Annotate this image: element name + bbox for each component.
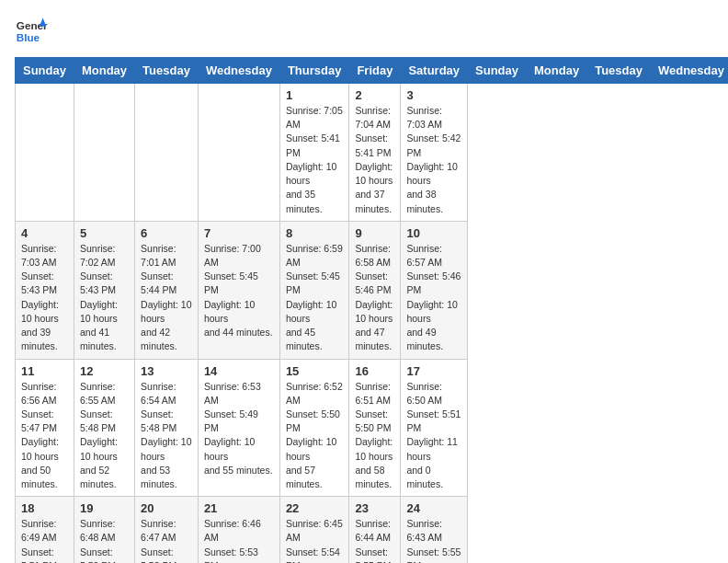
- col-header-wednesday: Wednesday: [650, 58, 728, 84]
- calendar-cell: 13Sunrise: 6:54 AM Sunset: 5:48 PM Dayli…: [135, 359, 199, 497]
- day-number: 2: [355, 88, 394, 102]
- day-info: Sunrise: 6:47 AM Sunset: 5:53 PM Dayligh…: [141, 517, 192, 563]
- calendar-cell: 12Sunrise: 6:55 AM Sunset: 5:48 PM Dayli…: [74, 359, 134, 497]
- day-number: 23: [355, 501, 394, 515]
- day-info: Sunrise: 7:03 AM Sunset: 5:43 PM Dayligh…: [21, 242, 68, 354]
- day-number: 15: [286, 364, 344, 378]
- calendar-cell: 24Sunrise: 6:43 AM Sunset: 5:55 PM Dayli…: [401, 497, 468, 563]
- day-number: 4: [21, 226, 68, 240]
- col-header-tuesday: Tuesday: [135, 58, 199, 84]
- day-info: Sunrise: 6:56 AM Sunset: 5:47 PM Dayligh…: [21, 380, 68, 492]
- day-number: 11: [21, 364, 68, 378]
- calendar-week-1: 4Sunrise: 7:03 AM Sunset: 5:43 PM Daylig…: [16, 221, 729, 359]
- day-number: 12: [80, 364, 129, 378]
- day-info: Sunrise: 6:50 AM Sunset: 5:51 PM Dayligh…: [406, 380, 461, 492]
- day-info: Sunrise: 6:59 AM Sunset: 5:45 PM Dayligh…: [286, 242, 344, 354]
- calendar-cell: 15Sunrise: 6:52 AM Sunset: 5:50 PM Dayli…: [279, 359, 349, 497]
- day-info: Sunrise: 6:48 AM Sunset: 5:52 PM Dayligh…: [80, 517, 129, 563]
- calendar-cell: 18Sunrise: 6:49 AM Sunset: 5:51 PM Dayli…: [16, 497, 74, 563]
- col-header-tuesday: Tuesday: [587, 58, 651, 84]
- day-number: 24: [406, 501, 461, 515]
- day-number: 18: [21, 501, 68, 515]
- col-header-saturday: Saturday: [401, 58, 468, 84]
- calendar-cell: 16Sunrise: 6:51 AM Sunset: 5:50 PM Dayli…: [349, 359, 401, 497]
- calendar-cell: 11Sunrise: 6:56 AM Sunset: 5:47 PM Dayli…: [16, 359, 74, 497]
- svg-text:Blue: Blue: [17, 31, 40, 43]
- col-header-sunday: Sunday: [16, 58, 74, 84]
- calendar-week-2: 11Sunrise: 6:56 AM Sunset: 5:47 PM Dayli…: [16, 359, 729, 497]
- day-number: 8: [286, 226, 344, 240]
- day-number: 7: [204, 226, 274, 240]
- day-number: 14: [204, 364, 274, 378]
- calendar-cell: 10Sunrise: 6:57 AM Sunset: 5:46 PM Dayli…: [401, 221, 468, 359]
- calendar-cell: [16, 84, 74, 222]
- day-number: 9: [355, 226, 394, 240]
- day-info: Sunrise: 6:54 AM Sunset: 5:48 PM Dayligh…: [141, 380, 192, 492]
- day-info: Sunrise: 7:00 AM Sunset: 5:45 PM Dayligh…: [204, 242, 274, 340]
- day-number: 5: [80, 226, 129, 240]
- day-number: 17: [406, 364, 461, 378]
- calendar-cell: [198, 84, 279, 222]
- calendar-cell: [135, 84, 199, 222]
- day-info: Sunrise: 6:49 AM Sunset: 5:51 PM Dayligh…: [21, 517, 68, 563]
- day-number: 10: [406, 226, 461, 240]
- calendar-table: SundayMondayTuesdayWednesdayThursdayFrid…: [15, 57, 728, 563]
- calendar-cell: 17Sunrise: 6:50 AM Sunset: 5:51 PM Dayli…: [401, 359, 468, 497]
- day-number: 3: [406, 88, 461, 102]
- calendar-cell: 9Sunrise: 6:58 AM Sunset: 5:46 PM Daylig…: [349, 221, 401, 359]
- day-info: Sunrise: 7:01 AM Sunset: 5:44 PM Dayligh…: [141, 242, 192, 354]
- day-info: Sunrise: 6:46 AM Sunset: 5:53 PM Dayligh…: [204, 517, 274, 563]
- day-info: Sunrise: 6:51 AM Sunset: 5:50 PM Dayligh…: [355, 380, 394, 492]
- day-number: 1: [286, 88, 344, 102]
- col-header-wednesday: Wednesday: [198, 58, 279, 84]
- day-info: Sunrise: 6:43 AM Sunset: 5:55 PM Dayligh…: [406, 517, 461, 563]
- day-info: Sunrise: 7:02 AM Sunset: 5:43 PM Dayligh…: [80, 242, 129, 354]
- calendar-cell: 19Sunrise: 6:48 AM Sunset: 5:52 PM Dayli…: [74, 497, 134, 563]
- col-header-thursday: Thursday: [279, 58, 349, 84]
- col-header-monday: Monday: [74, 58, 134, 84]
- day-info: Sunrise: 6:58 AM Sunset: 5:46 PM Dayligh…: [355, 242, 394, 354]
- day-number: 6: [141, 226, 192, 240]
- day-info: Sunrise: 6:55 AM Sunset: 5:48 PM Dayligh…: [80, 380, 129, 492]
- calendar-week-0: 1Sunrise: 7:05 AM Sunset: 5:41 PM Daylig…: [16, 84, 729, 222]
- calendar-cell: 14Sunrise: 6:53 AM Sunset: 5:49 PM Dayli…: [198, 359, 279, 497]
- day-info: Sunrise: 6:45 AM Sunset: 5:54 PM Dayligh…: [286, 517, 344, 563]
- calendar-cell: 7Sunrise: 7:00 AM Sunset: 5:45 PM Daylig…: [198, 221, 279, 359]
- col-header-friday: Friday: [349, 58, 401, 84]
- logo-icon: General Blue: [15, 15, 48, 48]
- calendar-cell: 8Sunrise: 6:59 AM Sunset: 5:45 PM Daylig…: [279, 221, 349, 359]
- day-info: Sunrise: 6:53 AM Sunset: 5:49 PM Dayligh…: [204, 380, 274, 478]
- day-number: 20: [141, 501, 192, 515]
- calendar-cell: 4Sunrise: 7:03 AM Sunset: 5:43 PM Daylig…: [16, 221, 74, 359]
- calendar-cell: 23Sunrise: 6:44 AM Sunset: 5:55 PM Dayli…: [349, 497, 401, 563]
- day-info: Sunrise: 6:52 AM Sunset: 5:50 PM Dayligh…: [286, 380, 344, 492]
- day-info: Sunrise: 7:05 AM Sunset: 5:41 PM Dayligh…: [286, 104, 344, 216]
- day-info: Sunrise: 7:04 AM Sunset: 5:41 PM Dayligh…: [355, 104, 394, 216]
- calendar-cell: 2Sunrise: 7:04 AM Sunset: 5:41 PM Daylig…: [349, 84, 401, 222]
- day-number: 16: [355, 364, 394, 378]
- calendar-cell: [74, 84, 134, 222]
- day-info: Sunrise: 6:57 AM Sunset: 5:46 PM Dayligh…: [406, 242, 461, 354]
- calendar-cell: 21Sunrise: 6:46 AM Sunset: 5:53 PM Dayli…: [198, 497, 279, 563]
- day-info: Sunrise: 7:03 AM Sunset: 5:42 PM Dayligh…: [406, 104, 461, 216]
- calendar-cell: 22Sunrise: 6:45 AM Sunset: 5:54 PM Dayli…: [279, 497, 349, 563]
- calendar-cell: 1Sunrise: 7:05 AM Sunset: 5:41 PM Daylig…: [279, 84, 349, 222]
- day-info: Sunrise: 6:44 AM Sunset: 5:55 PM Dayligh…: [355, 517, 394, 563]
- logo: General Blue: [15, 15, 51, 48]
- col-header-monday: Monday: [527, 58, 587, 84]
- calendar-cell: 5Sunrise: 7:02 AM Sunset: 5:43 PM Daylig…: [74, 221, 134, 359]
- calendar-cell: 6Sunrise: 7:01 AM Sunset: 5:44 PM Daylig…: [135, 221, 199, 359]
- calendar-week-3: 18Sunrise: 6:49 AM Sunset: 5:51 PM Dayli…: [16, 497, 729, 563]
- header-row: SundayMondayTuesdayWednesdayThursdayFrid…: [16, 58, 729, 84]
- page-header: General Blue: [15, 15, 713, 48]
- col-header-sunday: Sunday: [468, 58, 527, 84]
- calendar-cell: 20Sunrise: 6:47 AM Sunset: 5:53 PM Dayli…: [135, 497, 199, 563]
- calendar-cell: 3Sunrise: 7:03 AM Sunset: 5:42 PM Daylig…: [401, 84, 468, 222]
- day-number: 22: [286, 501, 344, 515]
- day-number: 21: [204, 501, 274, 515]
- day-number: 13: [141, 364, 192, 378]
- day-number: 19: [80, 501, 129, 515]
